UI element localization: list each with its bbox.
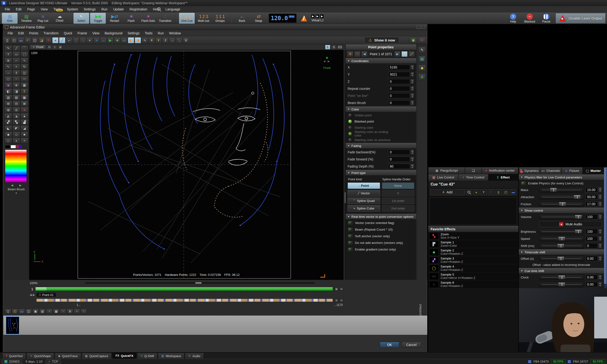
color-palette[interactable] [5, 150, 27, 183]
toolbar-button[interactable]: 1▢▢ One Cue [179, 13, 195, 24]
palette-tool-button[interactable]: Σ [21, 88, 28, 94]
frame-tool-button[interactable]: ▦ [53, 309, 59, 314]
slider-track[interactable] [539, 275, 584, 280]
palette-tool-button[interactable]: ◫ [21, 70, 28, 76]
frame-tool-button[interactable]: ▬ [19, 309, 25, 314]
save-effect-button[interactable]: ▬ [510, 189, 516, 195]
editor-menu-item[interactable]: Window [166, 31, 184, 36]
frame-tool-button[interactable]: ▣ [32, 309, 39, 314]
toolbar-button[interactable]: ▶■ Toggle [90, 13, 106, 24]
frame-tool-button[interactable]: ▤ [39, 309, 46, 314]
editor-menu-item[interactable]: Quick [61, 31, 75, 36]
frame-tool-button[interactable]: ✕ [60, 309, 66, 314]
value-input[interactable]: 0 [388, 86, 410, 91]
menu-item[interactable]: Settings [81, 7, 99, 12]
tab-time-control[interactable]: ◔ Time Control [458, 174, 488, 181]
value-input[interactable]: 0 [388, 150, 410, 155]
palette-tool-button[interactable]: ✎ [4, 45, 12, 51]
slider-track[interactable] [539, 194, 584, 199]
editor-tool-button[interactable]: V [183, 37, 189, 43]
spinner-control[interactable] [410, 65, 414, 70]
slider-handle[interactable] [559, 202, 566, 206]
slider-handle[interactable] [550, 188, 557, 192]
menu-item[interactable]: Update [110, 7, 127, 12]
quick-tab[interactable]: ✕ QuickShape [26, 353, 54, 359]
frame-tool-button[interactable]: ▪ [74, 309, 80, 314]
canvas-mini-button[interactable]: + [53, 45, 57, 50]
enable-physics-option[interactable]: Enable Physics (for every Live Control) [519, 180, 604, 186]
editor-menu-item[interactable]: Transform [41, 31, 61, 36]
palette-tool-button[interactable]: ▚ [13, 119, 20, 125]
spinner-control[interactable] [598, 201, 602, 207]
palette-tool-button[interactable]: ◻ [4, 76, 12, 82]
point-kind-button[interactable]: ∿ Spline Cube [348, 205, 380, 212]
palette-tool-button[interactable]: ↻ [21, 64, 28, 69]
spinner-control[interactable] [410, 72, 414, 77]
slider-value[interactable]: 100 [585, 236, 598, 241]
mute-audio-button[interactable]: ◄ Mute Audio [539, 221, 602, 227]
conversion-option[interactable]: Soft anchor (vector only) [346, 233, 416, 239]
spinner-control[interactable] [598, 275, 602, 280]
editor-tool-button[interactable]: ▬ [18, 37, 24, 43]
palette-tool-button[interactable]: ◮ [13, 113, 20, 119]
favorite-effect-item[interactable]: ▞ Sample 3 Color+Rotation Z [428, 256, 518, 264]
menu-item[interactable]: View [38, 7, 51, 12]
minimize-icon[interactable] [417, 26, 420, 29]
move-down-button[interactable]: ▼ [480, 189, 487, 195]
prev-point-button[interactable]: ◀ [29, 293, 32, 297]
editor-menu-item[interactable]: Settings [125, 31, 142, 36]
frame-tool-button[interactable]: + [46, 309, 53, 314]
palette-tool-button[interactable]: ▞ [4, 119, 12, 125]
slider-value[interactable]: 0.00 [585, 282, 598, 287]
section-color[interactable]: Color [346, 106, 416, 112]
palette-tool-button[interactable]: ◨ [13, 88, 20, 94]
value-input[interactable]: 5195 [388, 65, 410, 70]
metronome-icon[interactable] [301, 15, 307, 21]
slider-track[interactable] [539, 187, 584, 193]
editor-tool-button[interactable]: ▶ [107, 37, 114, 43]
editor-tool-button[interactable]: Y [155, 37, 162, 43]
rail-tool-button[interactable]: ≣ [419, 74, 426, 80]
favorite-effect-item[interactable]: ◆ Sample 2 Color+Rotation Z [428, 248, 518, 256]
slider-handle[interactable] [557, 256, 564, 261]
editor-tool-button[interactable]: ◪ [39, 37, 45, 43]
menu-item[interactable]: Page [25, 7, 38, 12]
section-timecode-shift[interactable]: Timecode shift [519, 249, 604, 255]
quick-tab[interactable]: ▣ QuickCapture [82, 353, 112, 359]
color-swatch-gradient[interactable] [16, 145, 22, 148]
palette-tool-button[interactable]: ╱ [13, 45, 20, 51]
editor-menu-item[interactable]: Frame [75, 31, 90, 36]
palette-tool-button[interactable]: □ [4, 138, 12, 143]
spinner-control[interactable] [598, 214, 602, 220]
editor-tool-button[interactable]: ▯ [4, 37, 11, 43]
toolbar-button[interactable]: ▌▌ Pause [539, 13, 554, 24]
slider-track[interactable] [539, 214, 584, 220]
editor-tool-button[interactable]: ╱ [59, 37, 66, 43]
palette-tool-button[interactable]: ⇕ [13, 70, 20, 76]
new-effect-button[interactable]: ▯ [495, 189, 501, 195]
editor-tool-button[interactable]: ▫ [169, 37, 175, 43]
conversion-option[interactable]: Vector (vector oriented flag) [346, 220, 416, 226]
editor-tool-button[interactable]: ∿ [142, 37, 148, 43]
palette-tool-button[interactable]: T [4, 52, 12, 57]
scrollbar-handle[interactable] [604, 168, 607, 284]
section-cue-time-shift[interactable]: Cue time shift [519, 268, 604, 274]
slider-value[interactable]: 100 [585, 214, 598, 220]
canvas-mini-button[interactable]: ⊕ [58, 45, 63, 50]
slider-value[interactable]: 100 [585, 229, 598, 234]
value-input[interactable]: 0 [388, 100, 410, 105]
canvas-mini-button[interactable]: ↻ [47, 45, 52, 50]
palette-tool-button[interactable]: ◯ [21, 52, 28, 57]
slider-handle[interactable] [574, 195, 581, 199]
spline-order-button[interactable]: 2nd order [382, 205, 414, 212]
conversion-option[interactable]: Do not add anchors (vectors only) [346, 239, 416, 246]
spinner-control[interactable] [410, 100, 414, 105]
next-point-button[interactable] [394, 51, 400, 57]
menu-item[interactable]: System [64, 7, 81, 12]
section-show-control[interactable]: Show control [519, 208, 604, 213]
tab-effect[interactable]: Σ Effect [488, 174, 518, 181]
palette-tool-button[interactable]: ▩ [21, 94, 28, 100]
color-option[interactable]: Starting color as previous [346, 137, 416, 143]
tab-dynamics[interactable]: ▙ Dynamics [519, 167, 540, 174]
frame-thumbnail[interactable] [6, 316, 19, 334]
